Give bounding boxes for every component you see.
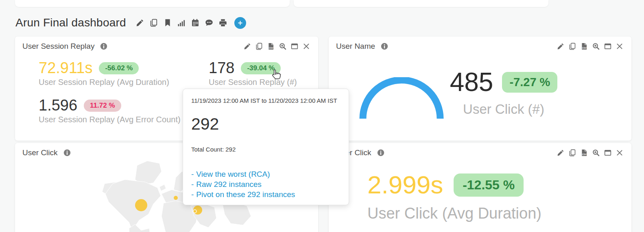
metric-label: User Session Replay (#): [209, 78, 297, 87]
panel-above-remnant-left: [15, 0, 290, 7]
gauge-arc[interactable]: [363, 80, 440, 119]
map-marker-india-small[interactable]: [193, 210, 196, 213]
close-icon[interactable]: [616, 43, 623, 50]
panel-title: User Session Replay: [22, 42, 94, 51]
link-raw-instances[interactable]: Raw 292 instances: [196, 180, 262, 189]
panel-title: User Name: [336, 42, 375, 51]
link-view-worst-rca[interactable]: View the worst (RCA): [196, 170, 270, 178]
panel-above-remnant-right: [294, 0, 548, 7]
link-pivot-instances[interactable]: Pivot on these 292 instances: [196, 190, 295, 199]
metric-value: 1.596: [39, 97, 77, 114]
metric-avg-duration: 2.999s -12.55 % User Click (Avg Duration…: [367, 172, 541, 222]
print-icon[interactable]: [219, 19, 227, 27]
metric-avg-error-count: 1.596 11.72 % User Session Replay (Avg E…: [39, 97, 181, 124]
panel-actions: [244, 43, 310, 50]
copy-icon[interactable]: [255, 43, 263, 50]
tooltip-link-item: -View the worst (RCA): [191, 169, 341, 179]
panel-user-name: User Name 485 -7.27 % User Click (#): [329, 37, 631, 141]
calendar-icon[interactable]: [191, 19, 199, 27]
dashboard-toolbar: [136, 17, 246, 29]
close-icon[interactable]: [616, 149, 623, 156]
maximize-icon[interactable]: [604, 149, 611, 156]
edit-icon[interactable]: [557, 43, 564, 50]
metric-label: User Session Replay (Avg Error Count): [39, 115, 181, 124]
tooltip-link-item: -Pivot on these 292 instances: [191, 189, 341, 199]
map-marker-europe[interactable]: [174, 196, 178, 200]
map-marker-usa[interactable]: [135, 199, 147, 211]
zoom-in-icon[interactable]: [279, 43, 286, 50]
info-icon[interactable]: [100, 43, 107, 50]
gauge-chart: [358, 77, 445, 123]
bar-chart-icon[interactable]: [177, 19, 186, 27]
zoom-in-icon[interactable]: [592, 43, 600, 50]
trend-badge[interactable]: 11.72 %: [84, 100, 121, 112]
metric-label: User Click (#): [463, 102, 544, 117]
tooltip-date-range: 11/19/2023 12:00 AM IST to 11/20/2023 12…: [191, 97, 341, 104]
info-icon[interactable]: [381, 43, 388, 50]
add-widget-button[interactable]: [234, 17, 246, 29]
edit-icon[interactable]: [244, 43, 251, 50]
metric-value: 72.911s: [39, 60, 92, 76]
panel-actions: [557, 43, 623, 50]
csv-export-icon[interactable]: [581, 43, 588, 50]
trend-badge[interactable]: -56.02 %: [99, 62, 139, 74]
metric-tooltip: 11/19/2023 12:00 AM IST to 11/20/2023 12…: [183, 89, 349, 205]
copy-icon[interactable]: [569, 149, 576, 156]
panel-actions: [557, 149, 623, 156]
metric-avg-duration: 72.911s -56.02 % User Session Replay (Av…: [39, 60, 169, 87]
trend-badge[interactable]: -12.55 %: [454, 173, 524, 197]
metric-user-click-count: 485 -7.27 % User Click (#): [451, 69, 557, 117]
close-icon[interactable]: [303, 43, 310, 50]
metric-label: User Session Replay (Avg Duration): [39, 78, 169, 87]
copy-icon[interactable]: [150, 19, 158, 27]
metric-value: 2.999s: [367, 172, 443, 197]
panel-user-click-duration: User Click 2.999s -12.55 % User Click (A…: [329, 143, 631, 232]
panel-title: User Click: [22, 148, 58, 157]
maximize-icon[interactable]: [291, 43, 298, 50]
bookmark-icon[interactable]: [164, 19, 172, 27]
info-icon[interactable]: [377, 149, 384, 156]
dashboard-title: Arun Final dashboard: [15, 16, 126, 29]
dashboard-screen: Arun Final dashboard User Session Replay: [0, 0, 644, 232]
edit-icon[interactable]: [136, 19, 144, 27]
metric-value: 485: [450, 69, 493, 95]
plus-icon: [237, 20, 243, 26]
copy-icon[interactable]: [569, 43, 576, 50]
trend-badge[interactable]: -39.04 %: [241, 62, 281, 74]
info-icon[interactable]: [63, 149, 71, 156]
tooltip-value: 292: [191, 115, 341, 134]
maximize-icon[interactable]: [604, 43, 611, 50]
csv-export-icon[interactable]: [581, 149, 588, 156]
map-north-america: [105, 180, 161, 230]
metric-count: 178 -39.04 % User Session Replay (#): [209, 60, 297, 87]
zoom-in-icon[interactable]: [592, 149, 600, 156]
map-southeast-asia: [223, 202, 251, 225]
tooltip-total-count: Total Count: 292: [191, 146, 341, 153]
metric-label: User Click (Avg Duration): [367, 205, 541, 222]
edit-icon[interactable]: [557, 149, 564, 156]
tooltip-link-item: -Raw 292 instances: [191, 179, 341, 189]
map-uk: [159, 184, 166, 191]
metric-value: 178: [209, 60, 234, 76]
trend-badge[interactable]: -7.27 %: [502, 72, 557, 93]
dashboard-header: Arun Final dashboard: [15, 16, 246, 29]
csv-export-icon[interactable]: [267, 43, 275, 50]
comment-icon[interactable]: [205, 19, 213, 27]
tooltip-links: -View the worst (RCA) -Raw 292 instances…: [191, 169, 341, 199]
